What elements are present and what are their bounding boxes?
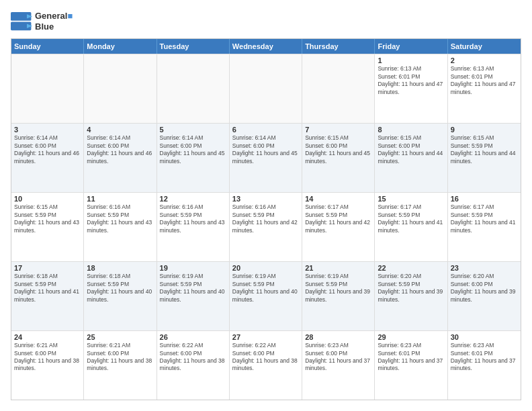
calendar-cell: 2Sunrise: 6:13 AMSunset: 6:01 PMDaylight… <box>448 54 521 123</box>
page: General■ Blue SundayMondayTuesdayWednesd… <box>0 0 532 411</box>
day-number: 8 <box>378 126 444 134</box>
calendar-cell: 29Sunrise: 6:23 AMSunset: 6:01 PMDayligh… <box>375 331 447 400</box>
calendar-cell: 12Sunrise: 6:16 AMSunset: 5:59 PMDayligh… <box>157 193 230 261</box>
day-number: 21 <box>305 264 371 272</box>
calendar-body: 1Sunrise: 6:13 AMSunset: 6:01 PMDaylight… <box>11 54 521 400</box>
weekday-header: Tuesday <box>157 39 230 54</box>
day-number: 10 <box>14 195 81 203</box>
calendar-cell: 10Sunrise: 6:15 AMSunset: 5:59 PMDayligh… <box>11 193 84 261</box>
weekday-header: Friday <box>375 39 447 54</box>
day-number: 16 <box>451 195 518 203</box>
day-info: Sunrise: 6:21 AMSunset: 6:00 PMDaylight:… <box>14 342 81 373</box>
calendar-cell: 26Sunrise: 6:22 AMSunset: 6:00 PMDayligh… <box>157 331 230 400</box>
day-number: 23 <box>451 264 518 272</box>
logo-icon <box>11 12 32 31</box>
day-number: 3 <box>14 126 81 134</box>
calendar-row: 24Sunrise: 6:21 AMSunset: 6:00 PMDayligh… <box>11 330 521 400</box>
weekday-header: Wednesday <box>230 39 302 54</box>
logo-text: General■ Blue <box>35 11 73 32</box>
day-number: 24 <box>14 333 81 341</box>
calendar-row: 17Sunrise: 6:18 AMSunset: 5:59 PMDayligh… <box>11 261 521 330</box>
calendar-row: 3Sunrise: 6:14 AMSunset: 6:00 PMDaylight… <box>11 123 521 192</box>
day-info: Sunrise: 6:20 AMSunset: 6:00 PMDaylight:… <box>451 273 518 304</box>
day-info: Sunrise: 6:16 AMSunset: 5:59 PMDaylight:… <box>160 203 226 234</box>
day-info: Sunrise: 6:23 AMSunset: 6:01 PMDaylight:… <box>378 342 444 373</box>
day-number: 29 <box>378 333 444 341</box>
calendar-cell: 9Sunrise: 6:15 AMSunset: 5:59 PMDaylight… <box>448 124 521 192</box>
day-number: 19 <box>160 264 226 272</box>
calendar-cell <box>302 54 375 123</box>
calendar: SundayMondayTuesdayWednesdayThursdayFrid… <box>11 38 521 400</box>
day-info: Sunrise: 6:14 AMSunset: 6:00 PMDaylight:… <box>232 134 299 165</box>
calendar-cell: 1Sunrise: 6:13 AMSunset: 6:01 PMDaylight… <box>375 54 447 123</box>
calendar-cell: 24Sunrise: 6:21 AMSunset: 6:00 PMDayligh… <box>11 331 84 400</box>
day-info: Sunrise: 6:23 AMSunset: 6:01 PMDaylight:… <box>451 342 518 373</box>
day-number: 2 <box>451 56 518 64</box>
calendar-cell: 17Sunrise: 6:18 AMSunset: 5:59 PMDayligh… <box>11 262 84 330</box>
weekday-header: Sunday <box>11 39 84 54</box>
day-number: 30 <box>451 333 518 341</box>
calendar-cell: 21Sunrise: 6:19 AMSunset: 5:59 PMDayligh… <box>302 262 375 330</box>
calendar-cell: 22Sunrise: 6:20 AMSunset: 5:59 PMDayligh… <box>375 262 447 330</box>
calendar-cell: 27Sunrise: 6:22 AMSunset: 6:00 PMDayligh… <box>230 331 302 400</box>
day-number: 1 <box>378 56 444 64</box>
calendar-cell: 11Sunrise: 6:16 AMSunset: 5:59 PMDayligh… <box>84 193 157 261</box>
calendar-row: 1Sunrise: 6:13 AMSunset: 6:01 PMDaylight… <box>11 54 521 123</box>
calendar-cell: 28Sunrise: 6:23 AMSunset: 6:00 PMDayligh… <box>302 331 375 400</box>
day-number: 25 <box>87 333 153 341</box>
day-number: 14 <box>305 195 371 203</box>
weekday-header: Saturday <box>448 39 521 54</box>
calendar-cell: 19Sunrise: 6:19 AMSunset: 5:59 PMDayligh… <box>157 262 230 330</box>
calendar-cell: 4Sunrise: 6:14 AMSunset: 6:00 PMDaylight… <box>84 124 157 192</box>
day-info: Sunrise: 6:20 AMSunset: 5:59 PMDaylight:… <box>378 273 444 304</box>
day-number: 4 <box>87 126 153 134</box>
calendar-cell <box>157 54 230 123</box>
day-info: Sunrise: 6:15 AMSunset: 6:00 PMDaylight:… <box>305 134 371 165</box>
day-info: Sunrise: 6:16 AMSunset: 5:59 PMDaylight:… <box>87 203 153 234</box>
calendar-cell: 8Sunrise: 6:15 AMSunset: 6:00 PMDaylight… <box>375 124 447 192</box>
day-number: 9 <box>451 126 518 134</box>
day-info: Sunrise: 6:19 AMSunset: 5:59 PMDaylight:… <box>232 273 299 304</box>
weekday-header: Thursday <box>302 39 375 54</box>
day-info: Sunrise: 6:19 AMSunset: 5:59 PMDaylight:… <box>305 273 371 304</box>
calendar-cell: 14Sunrise: 6:17 AMSunset: 5:59 PMDayligh… <box>302 193 375 261</box>
day-info: Sunrise: 6:17 AMSunset: 5:59 PMDaylight:… <box>378 203 444 234</box>
day-info: Sunrise: 6:17 AMSunset: 5:59 PMDaylight:… <box>305 203 371 234</box>
day-number: 7 <box>305 126 371 134</box>
calendar-cell: 13Sunrise: 6:16 AMSunset: 5:59 PMDayligh… <box>230 193 302 261</box>
day-number: 11 <box>87 195 153 203</box>
calendar-cell <box>230 54 302 123</box>
calendar-cell: 18Sunrise: 6:18 AMSunset: 5:59 PMDayligh… <box>84 262 157 330</box>
day-number: 18 <box>87 264 153 272</box>
day-number: 17 <box>14 264 81 272</box>
day-info: Sunrise: 6:22 AMSunset: 6:00 PMDaylight:… <box>160 342 226 373</box>
calendar-cell: 7Sunrise: 6:15 AMSunset: 6:00 PMDaylight… <box>302 124 375 192</box>
day-info: Sunrise: 6:21 AMSunset: 6:00 PMDaylight:… <box>87 342 153 373</box>
day-info: Sunrise: 6:16 AMSunset: 5:59 PMDaylight:… <box>232 203 299 234</box>
day-number: 15 <box>378 195 444 203</box>
weekday-header: Monday <box>84 39 157 54</box>
day-info: Sunrise: 6:14 AMSunset: 6:00 PMDaylight:… <box>87 134 153 165</box>
day-info: Sunrise: 6:17 AMSunset: 5:59 PMDaylight:… <box>451 203 518 234</box>
calendar-cell: 5Sunrise: 6:14 AMSunset: 6:00 PMDaylight… <box>157 124 230 192</box>
day-info: Sunrise: 6:13 AMSunset: 6:01 PMDaylight:… <box>378 65 444 96</box>
calendar-cell: 20Sunrise: 6:19 AMSunset: 5:59 PMDayligh… <box>230 262 302 330</box>
calendar-cell: 15Sunrise: 6:17 AMSunset: 5:59 PMDayligh… <box>375 193 447 261</box>
day-info: Sunrise: 6:15 AMSunset: 6:00 PMDaylight:… <box>378 134 444 165</box>
calendar-cell: 23Sunrise: 6:20 AMSunset: 6:00 PMDayligh… <box>448 262 521 330</box>
calendar-row: 10Sunrise: 6:15 AMSunset: 5:59 PMDayligh… <box>11 192 521 261</box>
day-number: 26 <box>160 333 226 341</box>
day-info: Sunrise: 6:14 AMSunset: 6:00 PMDaylight:… <box>14 134 81 165</box>
day-number: 22 <box>378 264 444 272</box>
day-number: 6 <box>232 126 299 134</box>
calendar-cell: 30Sunrise: 6:23 AMSunset: 6:01 PMDayligh… <box>448 331 521 400</box>
calendar-cell: 6Sunrise: 6:14 AMSunset: 6:00 PMDaylight… <box>230 124 302 192</box>
header: General■ Blue <box>11 11 521 32</box>
calendar-header: SundayMondayTuesdayWednesdayThursdayFrid… <box>11 39 521 54</box>
day-info: Sunrise: 6:23 AMSunset: 6:00 PMDaylight:… <box>305 342 371 373</box>
calendar-cell <box>11 54 84 123</box>
day-number: 12 <box>160 195 226 203</box>
day-info: Sunrise: 6:18 AMSunset: 5:59 PMDaylight:… <box>14 273 81 304</box>
day-info: Sunrise: 6:19 AMSunset: 5:59 PMDaylight:… <box>160 273 226 304</box>
calendar-cell <box>84 54 157 123</box>
